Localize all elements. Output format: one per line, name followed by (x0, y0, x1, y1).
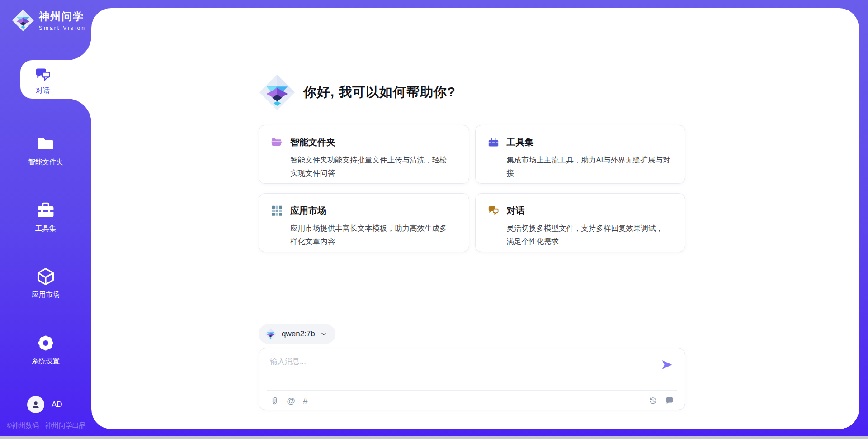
card-header: 智能文件夹 (271, 136, 457, 148)
card-header: 工具集 (487, 136, 674, 148)
card-title: 应用市场 (290, 205, 326, 217)
topic-icon[interactable]: # (303, 396, 308, 405)
user-profile[interactable]: AD (27, 396, 62, 413)
feedback-bubble-icon[interactable] (665, 396, 674, 405)
card-app-market[interactable]: 应用市场 应用市场提供丰富长文本模板，助力高效生成多样化文章内容 (259, 193, 469, 252)
assistant-diamond-icon (259, 74, 296, 111)
brand-subtitle: Smart Vision (39, 25, 86, 31)
chevron-down-icon (320, 330, 327, 338)
mention-icon[interactable]: @ (287, 396, 295, 405)
person-icon (31, 400, 41, 410)
card-chat[interactable]: 对话 灵活切换多模型文件，支持多样回复效果调试，满足个性化需求 (475, 193, 686, 252)
sidebar-item-toolset[interactable]: 工具集 (0, 200, 91, 234)
card-description: 灵活切换多模型文件，支持多样回复效果调试，满足个性化需求 (507, 222, 671, 248)
history-icon[interactable] (648, 396, 657, 405)
sidebar-item-label: 工具集 (35, 224, 57, 234)
card-toolset[interactable]: 工具集 集成市场上主流工具，助力AI与外界无缝扩展与对接 (475, 125, 686, 184)
card-title: 智能文件夹 (290, 136, 335, 148)
cube-icon (36, 267, 56, 286)
chat-icon (34, 66, 52, 83)
card-title: 工具集 (507, 136, 534, 148)
brand-diamond-icon (12, 9, 34, 32)
sidebar-item-chat[interactable]: 对话 (20, 60, 91, 99)
composer-tools-left: @ # (270, 396, 308, 405)
model-name: qwen2:7b (282, 329, 315, 339)
grid-icon (271, 205, 283, 217)
card-smart-folder[interactable]: 智能文件夹 智能文件夹功能支持批量文件上传与清洗，轻松实现文件问答 (259, 125, 469, 184)
composer-toolbar: @ # (270, 394, 674, 407)
sidebar-item-label: 系统设置 (32, 357, 60, 366)
app-root: { "brand": { "name": "神州问学", "subtitle":… (0, 0, 868, 439)
brand-logo: 神州问学 Smart Vision (12, 9, 86, 32)
sidebar-item-smart-folder[interactable]: 智能文件夹 (0, 134, 91, 167)
send-icon[interactable] (660, 358, 673, 371)
card-description: 应用市场提供丰富长文本模板，助力高效生成多样化文章内容 (290, 222, 454, 248)
sidebar-item-label: 应用市场 (32, 290, 60, 300)
sidebar-item-label: 对话 (36, 86, 50, 95)
paperclip-icon[interactable] (270, 396, 279, 405)
message-input[interactable] (270, 357, 650, 383)
copyright-footer: ©神州数码 · 神州问学出品 (7, 421, 88, 430)
feature-cards: 智能文件夹 智能文件夹功能支持批量文件上传与清洗，轻松实现文件问答 工具集 集成… (259, 125, 685, 252)
toolbox-icon (36, 200, 56, 220)
brand-text: 神州问学 Smart Vision (39, 10, 86, 31)
model-selector[interactable]: qwen2:7b (259, 324, 335, 344)
sidebar-item-app-market[interactable]: 应用市场 (0, 267, 91, 300)
card-header: 应用市场 (271, 205, 457, 217)
card-title: 对话 (507, 205, 525, 217)
greeting-header: 你好, 我可以如何帮助你? (259, 74, 456, 111)
message-composer: @ # (259, 348, 685, 410)
sidebar-item-label: 智能文件夹 (28, 157, 63, 167)
greeting-text: 你好, 我可以如何帮助你? (303, 83, 456, 101)
avatar (27, 396, 44, 413)
composer-tools-right (648, 396, 674, 405)
folder-icon (36, 134, 56, 154)
brand-name: 神州问学 (39, 10, 86, 24)
toolbox-icon (487, 136, 500, 148)
folder-open-icon (271, 136, 283, 148)
card-description: 集成市场上主流工具，助力AI与外界无缝扩展与对接 (507, 153, 671, 180)
model-diamond-icon (264, 328, 277, 340)
bottom-edge-strip (0, 436, 868, 439)
gear-icon (36, 333, 56, 353)
chat-icon (487, 205, 500, 217)
sidebar-item-settings[interactable]: 系统设置 (0, 333, 91, 366)
card-header: 对话 (487, 205, 674, 217)
user-initials: AD (52, 400, 62, 409)
card-description: 智能文件夹功能支持批量文件上传与清洗，轻松实现文件问答 (290, 153, 454, 180)
composer-divider (267, 390, 677, 391)
